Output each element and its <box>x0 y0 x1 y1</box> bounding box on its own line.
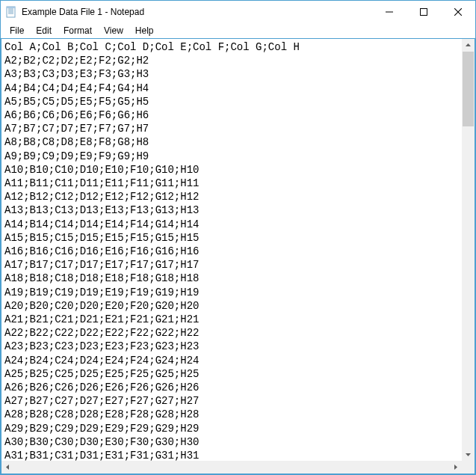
content-wrap: Col A;Col B;Col C;Col D;Col E;Col F;Col … <box>1 38 475 474</box>
notepad-window: Example Data File 1 - Notepad File Edit … <box>0 0 476 475</box>
text-area[interactable]: Col A;Col B;Col C;Col D;Col E;Col F;Col … <box>1 39 475 461</box>
horizontal-scrollbar[interactable] <box>1 461 475 474</box>
window-controls <box>372 1 475 23</box>
minimize-button[interactable] <box>372 1 407 23</box>
scroll-right-button[interactable] <box>449 461 462 474</box>
scroll-corner <box>462 461 475 474</box>
notepad-icon <box>5 6 17 18</box>
menu-edit[interactable]: Edit <box>30 25 58 37</box>
titlebar[interactable]: Example Data File 1 - Notepad <box>1 1 475 23</box>
text-content[interactable]: Col A;Col B;Col C;Col D;Col E;Col F;Col … <box>4 40 462 461</box>
scroll-up-button[interactable] <box>462 39 475 52</box>
close-button[interactable] <box>441 1 475 23</box>
scroll-left-button[interactable] <box>1 461 14 474</box>
vertical-scrollbar[interactable] <box>462 39 475 461</box>
svg-rect-5 <box>7 7 15 8</box>
vertical-scroll-thumb[interactable] <box>463 52 474 126</box>
menu-format[interactable]: Format <box>58 25 98 37</box>
menubar: File Edit Format View Help <box>1 23 475 38</box>
menu-view[interactable]: View <box>98 25 129 37</box>
menu-file[interactable]: File <box>4 25 30 37</box>
maximize-button[interactable] <box>407 1 441 23</box>
svg-rect-6 <box>386 12 393 13</box>
window-title: Example Data File 1 - Notepad <box>22 7 372 17</box>
svg-rect-7 <box>421 9 427 16</box>
menu-help[interactable]: Help <box>129 25 160 37</box>
scroll-down-button[interactable] <box>462 448 475 461</box>
